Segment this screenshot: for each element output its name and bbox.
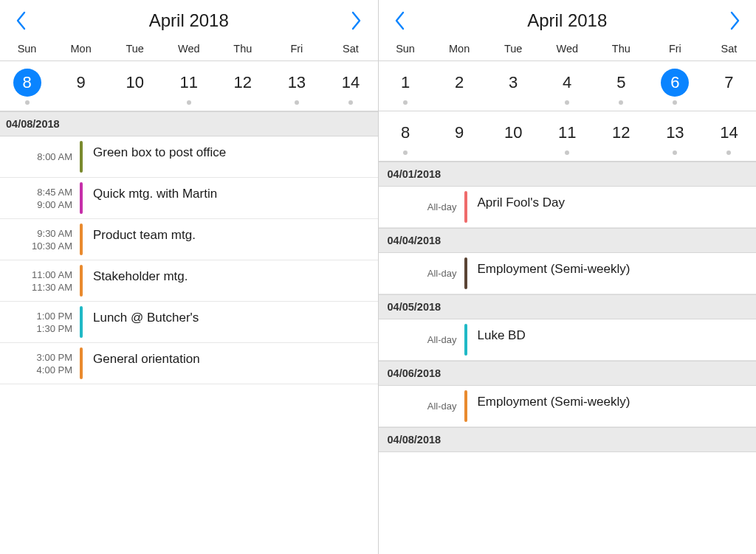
event-time: 3:00 PM4:00 PM bbox=[0, 347, 80, 379]
event-title: General orientation bbox=[83, 347, 378, 379]
day-cell[interactable]: 12 bbox=[216, 69, 269, 105]
event-row[interactable]: 8:00 AMGreen box to post office bbox=[0, 136, 378, 178]
event-time: All-day bbox=[379, 257, 464, 289]
event-row[interactable]: All-dayEmployment (Semi-weekly) bbox=[379, 253, 757, 294]
event-time: All-day bbox=[379, 324, 464, 356]
event-time: All-day bbox=[379, 191, 464, 223]
agenda-date-header: 04/08/2018 bbox=[379, 427, 757, 452]
day-number: 5 bbox=[607, 69, 635, 97]
event-end-time: 9:00 AM bbox=[37, 199, 72, 210]
agenda-list[interactable]: 04/01/2018All-dayApril Fool's Day04/04/2… bbox=[379, 162, 757, 554]
event-start-time: 8:00 AM bbox=[37, 151, 72, 162]
event-start-time: 9:30 AM bbox=[37, 228, 72, 239]
day-number: 1 bbox=[391, 69, 419, 97]
day-cell[interactable]: 11 bbox=[540, 119, 594, 155]
day-cell[interactable]: 8 bbox=[0, 69, 54, 105]
day-cell[interactable]: 9 bbox=[54, 69, 108, 105]
agenda-date-header: 04/05/2018 bbox=[379, 294, 757, 319]
day-cell[interactable]: 8 bbox=[379, 119, 433, 155]
day-cell[interactable]: 10 bbox=[108, 69, 162, 105]
agenda-date-header: 04/08/2018 bbox=[0, 111, 378, 136]
day-cell[interactable]: 9 bbox=[433, 119, 487, 155]
day-number: 11 bbox=[175, 69, 203, 97]
event-start-time: All-day bbox=[427, 401, 457, 412]
dow-cell: Mon bbox=[54, 43, 108, 55]
event-indicator-dot bbox=[619, 100, 623, 105]
event-title: Luke BD bbox=[467, 324, 757, 356]
dow-cell: Sun bbox=[379, 43, 433, 55]
dow-cell: Wed bbox=[540, 43, 594, 55]
prev-month-button[interactable] bbox=[13, 10, 28, 31]
dow-cell: Tue bbox=[108, 43, 162, 55]
event-indicator-dot bbox=[295, 100, 299, 105]
day-number: 11 bbox=[553, 119, 581, 147]
calendar-panel-right: April 2018 Sun Mon Tue Wed Thu Fri Sat 1… bbox=[379, 0, 757, 554]
day-number: 4 bbox=[553, 69, 581, 97]
month-header: April 2018 bbox=[0, 0, 378, 40]
day-cell[interactable]: 5 bbox=[594, 69, 648, 105]
event-indicator-dot bbox=[726, 150, 731, 155]
event-start-time: 8:45 AM bbox=[37, 187, 72, 198]
day-cell[interactable]: 3 bbox=[487, 69, 540, 105]
event-row[interactable]: 11:00 AM11:30 AMStakeholder mtg. bbox=[0, 260, 378, 302]
day-number: 12 bbox=[607, 119, 635, 147]
event-row[interactable]: All-dayApril Fool's Day bbox=[379, 187, 757, 228]
day-number: 7 bbox=[715, 69, 743, 97]
week-container: 1234567891011121314 bbox=[379, 61, 757, 162]
week-row: 891011121314 bbox=[0, 61, 378, 111]
event-title: Lunch @ Butcher's bbox=[83, 306, 378, 338]
next-month-button[interactable] bbox=[728, 10, 743, 31]
day-number: 13 bbox=[283, 69, 311, 97]
day-cell[interactable]: 6 bbox=[648, 69, 702, 105]
day-number: 2 bbox=[445, 69, 473, 97]
event-row[interactable]: 9:30 AM10:30 AMProduct team mtg. bbox=[0, 219, 378, 260]
event-indicator-dot bbox=[348, 100, 353, 105]
day-number: 14 bbox=[337, 69, 365, 97]
day-cell[interactable]: 13 bbox=[269, 69, 323, 105]
event-indicator-dot bbox=[673, 100, 677, 105]
event-row[interactable]: All-dayLuke BD bbox=[379, 319, 757, 361]
day-cell[interactable]: 12 bbox=[594, 119, 648, 155]
dow-cell: Thu bbox=[594, 43, 648, 55]
event-title: Green box to post office bbox=[83, 141, 378, 173]
event-row[interactable]: All-dayEmployment (Semi-weekly) bbox=[379, 386, 757, 427]
week-row: 891011121314 bbox=[379, 111, 757, 162]
event-title: April Fool's Day bbox=[467, 191, 757, 223]
day-cell[interactable]: 10 bbox=[487, 119, 540, 155]
event-end-time: 1:30 PM bbox=[37, 323, 72, 334]
day-cell[interactable]: 4 bbox=[540, 69, 594, 105]
event-row[interactable]: 1:00 PM1:30 PMLunch @ Butcher's bbox=[0, 302, 378, 343]
day-cell[interactable]: 14 bbox=[323, 69, 377, 105]
event-indicator-dot bbox=[403, 150, 408, 155]
day-number: 13 bbox=[661, 119, 689, 147]
day-cell[interactable]: 1 bbox=[379, 69, 433, 105]
day-cell[interactable]: 14 bbox=[702, 119, 756, 155]
event-row[interactable]: 3:00 PM4:00 PMGeneral orientation bbox=[0, 343, 378, 384]
day-cell[interactable]: 11 bbox=[162, 69, 216, 105]
day-cell[interactable]: 7 bbox=[702, 69, 756, 105]
event-time: 1:00 PM1:30 PM bbox=[0, 306, 80, 338]
next-month-button[interactable] bbox=[349, 10, 364, 31]
month-title: April 2018 bbox=[527, 10, 607, 31]
prev-month-button[interactable] bbox=[392, 10, 407, 31]
event-indicator-dot bbox=[25, 100, 30, 105]
calendar-panel-left: April 2018 Sun Mon Tue Wed Thu Fri Sat 8… bbox=[0, 0, 379, 554]
agenda-date-header: 04/06/2018 bbox=[379, 361, 757, 386]
event-title: Quick mtg. with Martin bbox=[83, 182, 378, 214]
event-start-time: All-day bbox=[427, 201, 457, 212]
day-of-week-row: Sun Mon Tue Wed Thu Fri Sat bbox=[379, 40, 757, 61]
day-cell[interactable]: 13 bbox=[648, 119, 702, 155]
day-number: 12 bbox=[229, 69, 257, 97]
day-number: 6 bbox=[661, 69, 689, 97]
dow-cell: Tue bbox=[487, 43, 540, 55]
day-cell[interactable]: 2 bbox=[433, 69, 487, 105]
agenda-list[interactable]: 04/08/20188:00 AMGreen box to post offic… bbox=[0, 111, 378, 554]
event-row[interactable]: 8:45 AM9:00 AMQuick mtg. with Martin bbox=[0, 178, 378, 219]
dow-cell: Fri bbox=[269, 43, 323, 55]
event-time: 9:30 AM10:30 AM bbox=[0, 224, 80, 255]
dow-cell: Sat bbox=[323, 43, 377, 55]
day-number: 3 bbox=[499, 69, 527, 97]
dow-cell: Mon bbox=[433, 43, 487, 55]
event-time: 8:45 AM9:00 AM bbox=[0, 182, 80, 214]
dow-cell: Sat bbox=[702, 43, 756, 55]
